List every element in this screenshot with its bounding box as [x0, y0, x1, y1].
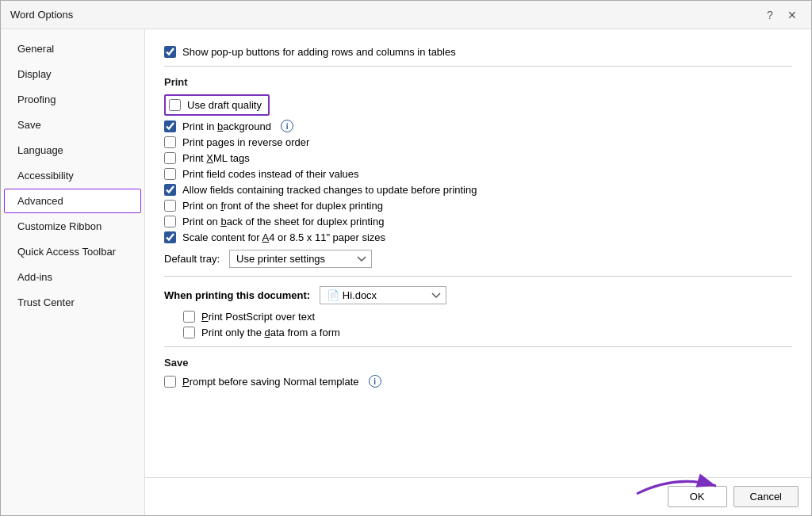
field-codes-text: Print field codes instead of their value…	[182, 168, 359, 180]
field-codes-checkbox[interactable]	[164, 168, 176, 180]
main-content: Show pop-up buttons for adding rows and …	[145, 29, 811, 515]
dialog-body: General Display Proofing Save Language A…	[1, 29, 811, 515]
title-bar: Word Options ? ✕	[1, 1, 811, 29]
tray-label: Default tray:	[164, 253, 220, 265]
draft-quality-row: Use draft quality	[164, 94, 792, 116]
content-area: Show pop-up buttons for adding rows and …	[145, 29, 811, 477]
field-codes-label[interactable]: Print field codes instead of their value…	[164, 168, 359, 180]
show-popup-buttons-row: Show pop-up buttons for adding rows and …	[164, 46, 792, 58]
xml-tags-label[interactable]: Print XML tags	[164, 152, 250, 164]
scale-content-row: Scale content for A4 or 8.5 x 11" paper …	[164, 231, 792, 243]
print-section-title: Print	[164, 76, 792, 88]
xml-tags-checkbox[interactable]	[164, 152, 176, 164]
form-data-label[interactable]: Print only the data from a form	[183, 327, 340, 338]
form-data-row: Print only the data from a form	[164, 327, 792, 338]
front-duplex-row: Print on front of the sheet for duplex p…	[164, 200, 792, 212]
scale-content-text: Scale content for A4 or 8.5 x 11" paper …	[182, 231, 385, 243]
prompt-normal-label[interactable]: Prompt before saving Normal template	[164, 376, 359, 388]
show-popup-buttons-text: Show pop-up buttons for adding rows and …	[182, 46, 456, 58]
reverse-order-label[interactable]: Print pages in reverse order	[164, 136, 309, 148]
reverse-order-text: Print pages in reverse order	[182, 136, 309, 148]
tracked-changes-label[interactable]: Allow fields containing tracked changes …	[164, 184, 477, 196]
show-popup-buttons-label[interactable]: Show pop-up buttons for adding rows and …	[164, 46, 456, 58]
xml-tags-text: Print XML tags	[182, 152, 250, 164]
print-background-row: Print in background i	[164, 120, 792, 132]
tracked-changes-text: Allow fields containing tracked changes …	[182, 184, 477, 196]
front-duplex-text: Print on front of the sheet for duplex p…	[182, 200, 383, 212]
form-data-checkbox[interactable]	[183, 327, 195, 338]
print-background-label[interactable]: Print in background	[164, 120, 271, 132]
sidebar-item-quick-access-toolbar[interactable]: Quick Access Toolbar	[4, 239, 141, 264]
footer: OK Cancel	[145, 477, 811, 515]
draft-quality-checkbox[interactable]	[169, 99, 181, 111]
postscript-text: Print PostScript over text	[201, 311, 315, 323]
print-background-checkbox[interactable]	[164, 120, 176, 132]
section-divider-2	[164, 276, 792, 277]
close-button[interactable]: ✕	[783, 6, 802, 25]
sidebar-item-proofing[interactable]: Proofing	[4, 87, 141, 112]
draft-quality-label[interactable]: Use draft quality	[164, 94, 270, 116]
section-divider-1	[164, 66, 792, 67]
show-popup-buttons-checkbox[interactable]	[164, 46, 176, 58]
xml-tags-row: Print XML tags	[164, 152, 792, 164]
reverse-order-row: Print pages in reverse order	[164, 136, 792, 148]
tray-select[interactable]: Use printer settings Auto Select Tray 1 …	[229, 250, 372, 268]
scale-content-label[interactable]: Scale content for A4 or 8.5 x 11" paper …	[164, 231, 385, 243]
draft-quality-text: Use draft quality	[187, 99, 262, 111]
print-background-info-icon[interactable]: i	[281, 120, 293, 132]
prompt-normal-checkbox[interactable]	[164, 376, 176, 388]
back-duplex-checkbox[interactable]	[164, 216, 176, 227]
sidebar-item-customize-ribbon[interactable]: Customize Ribbon	[4, 214, 141, 239]
arrow-annotation	[629, 470, 724, 504]
doc-select[interactable]: 📄 Hi.docx	[320, 286, 446, 304]
front-duplex-checkbox[interactable]	[164, 200, 176, 212]
form-data-text: Print only the data from a form	[201, 327, 340, 338]
print-background-text: Print in background	[182, 120, 271, 132]
dialog-title: Word Options	[10, 9, 73, 21]
postscript-row: Print PostScript over text	[164, 311, 792, 323]
field-codes-row: Print field codes instead of their value…	[164, 168, 792, 180]
save-section-title: Save	[164, 357, 792, 369]
prompt-normal-text: Prompt before saving Normal template	[182, 376, 359, 388]
prompt-normal-row: Prompt before saving Normal template i	[164, 375, 792, 388]
sidebar-item-general[interactable]: General	[4, 36, 141, 61]
scale-content-checkbox[interactable]	[164, 231, 176, 243]
tray-row: Default tray: Use printer settings Auto …	[164, 250, 792, 268]
help-button[interactable]: ?	[760, 6, 779, 25]
sidebar-item-display[interactable]: Display	[4, 62, 141, 86]
arrow-svg	[629, 470, 724, 502]
sidebar-item-save[interactable]: Save	[4, 113, 141, 137]
sidebar: General Display Proofing Save Language A…	[1, 29, 145, 515]
prompt-normal-info-icon[interactable]: i	[369, 375, 381, 388]
postscript-checkbox[interactable]	[183, 311, 195, 323]
word-options-dialog: Word Options ? ✕ General Display Proofin…	[0, 0, 812, 516]
sidebar-item-advanced[interactable]: Advanced	[4, 189, 141, 213]
postscript-label[interactable]: Print PostScript over text	[183, 311, 315, 323]
sidebar-item-accessibility[interactable]: Accessibility	[4, 163, 141, 188]
when-printing-row: When printing this document: 📄 Hi.docx	[164, 286, 792, 304]
tracked-changes-row: Allow fields containing tracked changes …	[164, 184, 792, 196]
back-duplex-label[interactable]: Print on back of the sheet for duplex pr…	[164, 216, 384, 227]
draft-quality-highlighted: Use draft quality	[164, 94, 270, 116]
front-duplex-label[interactable]: Print on front of the sheet for duplex p…	[164, 200, 383, 212]
back-duplex-text: Print on back of the sheet for duplex pr…	[182, 216, 384, 227]
sidebar-item-trust-center[interactable]: Trust Center	[4, 290, 141, 315]
title-bar-controls: ? ✕	[760, 6, 802, 25]
sidebar-item-language[interactable]: Language	[4, 138, 141, 162]
reverse-order-checkbox[interactable]	[164, 136, 176, 148]
sidebar-item-add-ins[interactable]: Add-ins	[4, 265, 141, 289]
back-duplex-row: Print on back of the sheet for duplex pr…	[164, 216, 792, 227]
section-divider-3	[164, 346, 792, 347]
cancel-button[interactable]: Cancel	[733, 486, 799, 507]
tracked-changes-checkbox[interactable]	[164, 184, 176, 196]
when-printing-label: When printing this document:	[164, 289, 310, 301]
